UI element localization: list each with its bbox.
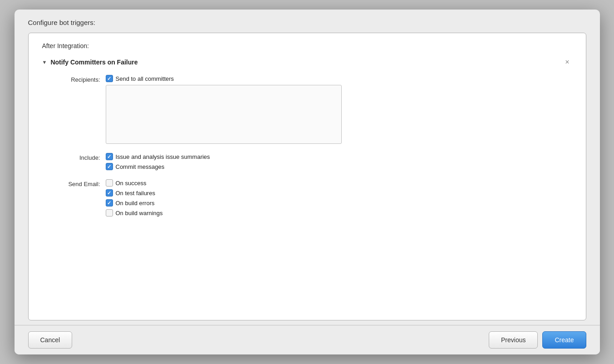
include-controls: Issue and analysis issue summaries Commi… (106, 153, 572, 170)
send-email-item-0-label: On success (116, 180, 147, 187)
include-checkbox-0-wrap[interactable] (106, 153, 113, 160)
send-email-checkbox-0[interactable] (106, 179, 113, 187)
send-email-item-2: On build errors (106, 199, 572, 207)
recipients-controls: Send to all committers (106, 75, 572, 144)
recipients-label: Recipients: (51, 75, 106, 83)
send-to-all-row: Send to all committers (106, 75, 572, 82)
footer-left: Cancel (28, 331, 73, 349)
send-email-checkbox-3-wrap[interactable] (106, 209, 113, 216)
send-email-checkbox-2-wrap[interactable] (106, 199, 113, 207)
send-email-checkbox-0-wrap[interactable] (106, 179, 113, 187)
send-email-item-3-label: On build warnings (116, 210, 163, 216)
send-email-item-2-label: On build errors (116, 200, 155, 207)
send-email-checkbox-2[interactable] (106, 199, 113, 207)
send-email-label: Send Email: (51, 179, 106, 187)
include-item-1-label: Commit messages (116, 163, 165, 170)
send-email-checkbox-3[interactable] (106, 209, 113, 216)
send-email-item-3: On build warnings (106, 209, 572, 216)
send-to-all-checkbox[interactable] (106, 75, 113, 82)
trigger-header: ▼ Notify Committers on Failure × (42, 58, 572, 67)
previous-button[interactable]: Previous (489, 331, 538, 349)
include-checkbox-1[interactable] (106, 163, 113, 170)
content-box: After Integration: ▼ Notify Committers o… (28, 33, 586, 320)
create-button[interactable]: Create (542, 331, 586, 349)
include-row: Include: Issue and analysis issue summar… (42, 153, 572, 170)
send-email-checkbox-1[interactable] (106, 189, 113, 197)
recipients-row: Recipients: Send to all committers (42, 75, 572, 144)
section-label: After Integration: (42, 42, 572, 49)
trigger-section: ▼ Notify Committers on Failure × Recipie… (42, 58, 572, 311)
trigger-title: Notify Committers on Failure (50, 59, 138, 66)
send-email-item-0: On success (106, 179, 572, 187)
include-item-0: Issue and analysis issue summaries (106, 153, 572, 160)
include-checkbox-0[interactable] (106, 153, 113, 160)
send-to-all-label: Send to all committers (116, 75, 174, 82)
send-email-controls: On success On test failures (106, 179, 572, 216)
include-item-1: Commit messages (106, 163, 572, 170)
configure-bot-triggers-dialog: Configure bot triggers: After Integratio… (15, 10, 600, 354)
include-label: Include: (51, 153, 106, 161)
send-email-item-1: On test failures (106, 189, 572, 197)
include-checkbox-1-wrap[interactable] (106, 163, 113, 170)
dialog-body: Configure bot triggers: After Integratio… (15, 10, 600, 325)
recipients-textarea[interactable] (106, 85, 342, 144)
remove-trigger-button[interactable]: × (562, 58, 572, 67)
send-to-all-checkbox-wrap[interactable] (106, 75, 113, 82)
send-email-row: Send Email: On success (42, 179, 572, 216)
include-item-0-label: Issue and analysis issue summaries (116, 153, 210, 160)
page-title: Configure bot triggers: (28, 19, 586, 26)
dialog-footer: Cancel Previous Create (15, 325, 600, 354)
cancel-button[interactable]: Cancel (28, 331, 73, 349)
form-content: Recipients: Send to all committers (42, 75, 572, 311)
send-email-item-1-label: On test failures (116, 190, 155, 197)
trigger-header-left: ▼ Notify Committers on Failure (42, 59, 138, 66)
footer-right: Previous Create (489, 331, 586, 349)
collapse-triangle-icon[interactable]: ▼ (42, 59, 47, 65)
send-email-checkbox-1-wrap[interactable] (106, 189, 113, 197)
